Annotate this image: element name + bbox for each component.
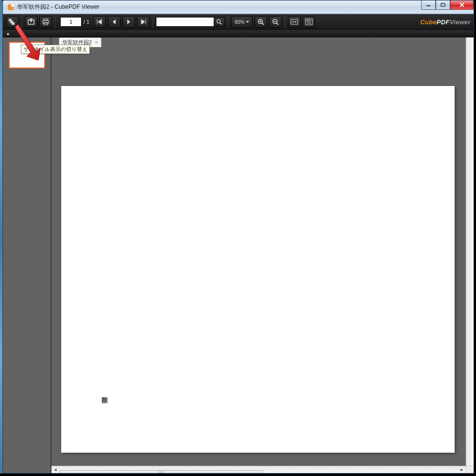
content-area: 华军软件园 ◄ ► [3, 37, 474, 473]
pdf-page: 华军软件园 [61, 86, 455, 453]
scroll-thumb[interactable] [59, 470, 263, 473]
separator [21, 16, 22, 28]
zoom-out-icon [272, 18, 279, 26]
fit-width-button[interactable] [288, 16, 301, 28]
tab-close-icon[interactable]: × [95, 39, 98, 45]
brand-part1: Cube [420, 18, 437, 26]
thumbnail-toggle-button[interactable] [6, 16, 18, 28]
desktop-edge [0, 0, 2, 474]
svg-rect-1 [441, 3, 445, 6]
next-page-icon [126, 19, 132, 25]
scroll-right-icon[interactable]: ► [458, 467, 466, 473]
vertical-scrollbar[interactable] [466, 37, 474, 466]
separator [55, 16, 55, 28]
maximize-button[interactable] [436, 0, 450, 10]
zoom-in-icon [257, 18, 265, 26]
search-button[interactable] [214, 17, 225, 27]
prev-page-button[interactable] [108, 16, 120, 28]
search-icon [216, 19, 222, 25]
window-controls [421, 0, 474, 10]
first-page-icon [96, 19, 103, 25]
svg-rect-0 [426, 5, 430, 6]
open-file-button[interactable] [25, 16, 37, 28]
tooltip: サムネイル表示の切り替え [21, 45, 90, 54]
chevron-down-icon [246, 21, 249, 23]
horizontal-scrollbar[interactable]: ◄ ► [51, 466, 466, 473]
page-total: / 1 [84, 19, 89, 25]
brand-logo: CubePDFViewer [420, 18, 471, 26]
separator [228, 16, 228, 28]
page-viewer[interactable]: 华军软件园 ◄ ► [51, 37, 474, 473]
thumbnail-toggle-icon [8, 18, 16, 25]
print-button[interactable] [39, 16, 52, 28]
separator [285, 16, 285, 28]
brand-part2: PDF [437, 18, 450, 26]
svg-point-9 [217, 19, 221, 23]
separator [153, 16, 153, 28]
search-input[interactable] [156, 17, 214, 27]
prev-page-icon [111, 19, 117, 25]
thumbnail-panel[interactable] [3, 37, 51, 473]
nav-strip: ▲ [3, 30, 474, 37]
window-title: 华军软件园2 - CubePDF Viewer [17, 3, 100, 11]
first-page-button[interactable] [93, 16, 106, 28]
page-number-input[interactable] [60, 17, 82, 27]
fit-width-icon [290, 18, 298, 25]
zoom-value: 80% [235, 19, 244, 25]
zoom-out-button[interactable] [269, 16, 282, 28]
fit-page-button[interactable] [303, 16, 315, 28]
app-window: 华军软件园2 - CubePDF Viewer [2, 0, 474, 474]
scrollbar-corner [466, 466, 474, 473]
close-icon [459, 2, 465, 7]
app-icon [7, 3, 15, 11]
last-page-icon [140, 19, 147, 25]
search-group [156, 17, 225, 27]
toolbar: / 1 80% [3, 14, 474, 30]
last-page-button[interactable] [137, 16, 150, 28]
minimize-icon [426, 3, 431, 7]
minimize-button[interactable] [421, 0, 436, 10]
page-indicator: / 1 [60, 17, 89, 27]
close-button[interactable] [450, 0, 474, 10]
maximize-icon [441, 3, 445, 7]
expand-triangle-icon[interactable]: ▲ [6, 31, 10, 36]
zoom-in-button[interactable] [255, 16, 267, 28]
brand-part3: Viewer [450, 18, 471, 26]
zoom-select[interactable]: 80% [231, 16, 253, 28]
title-bar[interactable]: 华军软件园2 - CubePDF Viewer [3, 0, 474, 14]
fit-page-icon [305, 18, 313, 25]
open-file-icon [27, 18, 35, 25]
print-icon [42, 18, 50, 25]
next-page-button[interactable] [122, 16, 135, 28]
scroll-left-icon[interactable]: ◄ [51, 467, 59, 473]
svg-rect-4 [12, 22, 15, 25]
